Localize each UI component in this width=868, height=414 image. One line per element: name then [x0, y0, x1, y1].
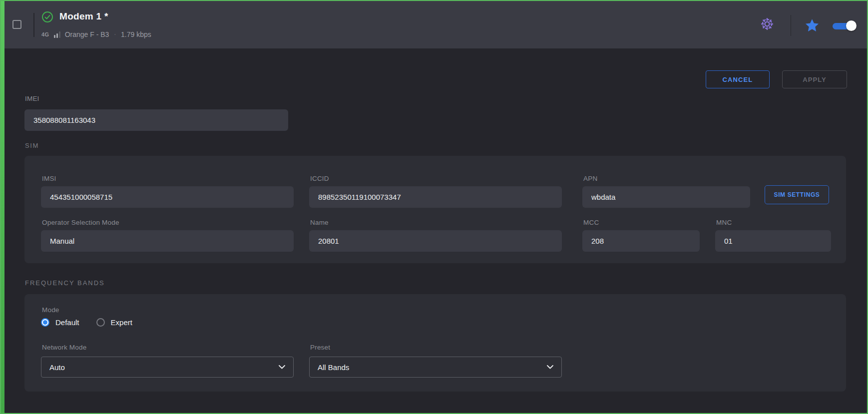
- imei-label: IMEI: [25, 95, 39, 102]
- imsi-label: IMSI: [42, 175, 56, 182]
- apply-button[interactable]: APPLY: [782, 70, 847, 88]
- network-mode-label: Network Mode: [42, 344, 86, 351]
- radio-selected-icon: [41, 318, 49, 327]
- mnc-input[interactable]: [715, 230, 831, 252]
- header-divider: [33, 13, 34, 37]
- mode-label: Mode: [42, 306, 59, 314]
- preset-dropdown[interactable]: All Bands: [309, 357, 562, 378]
- apn-label: APN: [583, 175, 597, 182]
- cancel-button[interactable]: CANCEL: [706, 70, 770, 88]
- radio-unselected-icon: [96, 318, 105, 327]
- selected-accent-strip: [1, 1, 4, 413]
- radio-expert[interactable]: Expert: [96, 318, 132, 327]
- mcc-input[interactable]: [582, 230, 700, 252]
- star-icon[interactable]: [805, 18, 820, 33]
- name-input[interactable]: [309, 230, 562, 252]
- sim-settings-button[interactable]: SIM SETTINGS: [765, 185, 829, 204]
- network-mode-value: Auto: [49, 363, 65, 372]
- toggle-knob: [846, 20, 857, 31]
- iccid-label: ICCID: [310, 175, 329, 182]
- frequency-bands-section-label: FREQUENCY BANDS: [25, 279, 105, 287]
- name-label: Name: [310, 219, 329, 226]
- radio-expert-label: Expert: [111, 318, 132, 327]
- sim-panel: IMSI ICCID APN SIM SETTINGS Operator Sel…: [24, 156, 846, 263]
- bitrate-label: 1.79 kbps: [121, 30, 151, 38]
- mnc-label: MNC: [716, 219, 732, 226]
- imsi-input[interactable]: [41, 186, 294, 208]
- network-mode-dropdown[interactable]: Auto: [41, 357, 294, 378]
- operator-selection-mode-input[interactable]: [41, 230, 294, 252]
- sim-section-label: SIM: [25, 142, 39, 149]
- preset-value: All Bands: [318, 363, 349, 372]
- chevron-down-icon: [279, 365, 285, 369]
- modem-status-row: 4G Orange F - B3 · 1.79 kbps: [41, 30, 151, 39]
- imei-input[interactable]: [24, 109, 288, 131]
- frequency-bands-panel: Mode Default Expert Network Mode Auto Pr…: [24, 294, 846, 392]
- gear-icon[interactable]: [759, 15, 776, 32]
- network-tech-label: 4G: [41, 31, 49, 37]
- mode-radio-group: Default Expert: [41, 318, 132, 327]
- signal-bars-icon: [54, 31, 60, 38]
- mcc-label: MCC: [583, 219, 599, 226]
- preset-label: Preset: [310, 344, 330, 351]
- modem-enabled-toggle[interactable]: [832, 20, 857, 32]
- chevron-down-icon: [547, 365, 553, 369]
- dot-separator: ·: [113, 32, 116, 37]
- operator-label: Orange F - B3: [65, 30, 109, 38]
- radio-default[interactable]: Default: [41, 318, 79, 327]
- iccid-input[interactable]: [309, 186, 562, 208]
- modem-settings-window: Modem 1 * 4G Orange F - B3 · 1.79 kbps: [0, 0, 868, 414]
- modem-header: Modem 1 * 4G Orange F - B3 · 1.79 kbps: [4, 1, 867, 48]
- check-circle-icon: [41, 11, 53, 23]
- operator-selection-mode-label: Operator Selection Mode: [42, 219, 119, 226]
- select-modem-checkbox[interactable]: [12, 20, 21, 29]
- header-right-divider: [791, 15, 791, 36]
- apn-input[interactable]: [582, 186, 750, 208]
- radio-default-label: Default: [55, 318, 79, 327]
- modem-title: Modem 1 *: [59, 11, 108, 22]
